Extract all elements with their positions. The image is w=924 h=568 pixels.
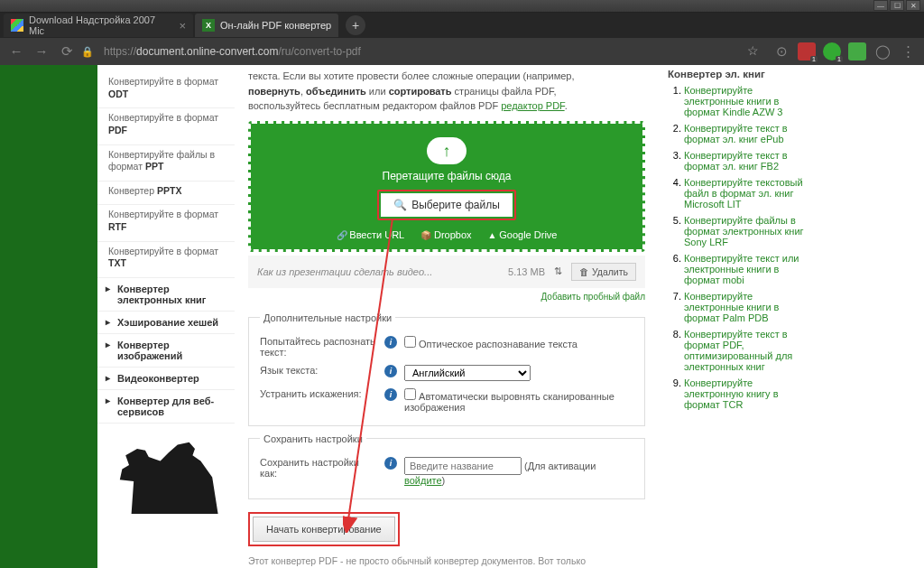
window-minimize[interactable]: — xyxy=(873,0,888,11)
r-link-5[interactable]: Конвертируйте файлы в формат электронных… xyxy=(684,215,804,247)
sidebar-cat-image[interactable]: Конвертер изображений xyxy=(97,334,235,368)
sidebar-pptx[interactable]: Конвертер PPTX xyxy=(97,182,235,206)
browser-tabs: Download Надстройка 2007 Mic × X Он-лайн… xyxy=(0,13,924,38)
src-gdrive[interactable]: Google Drive xyxy=(488,229,558,240)
info-icon[interactable]: i xyxy=(384,388,397,401)
downloads-icon[interactable]: ⊙ xyxy=(771,41,792,62)
start-convert-button[interactable]: Начать конвертирование xyxy=(253,517,395,542)
sidebar-ppt[interactable]: Конвертируйте файлы в формат PPT xyxy=(97,145,235,182)
extension-2[interactable]: 1 xyxy=(823,42,841,61)
r-link-2[interactable]: Конвертируйте текст в формат эл. книг eP… xyxy=(684,123,788,144)
sidebar-odt[interactable]: Конвертируйте в формат ODT xyxy=(97,72,235,108)
info-icon[interactable]: i xyxy=(384,457,397,470)
settings-name-input[interactable] xyxy=(404,457,522,475)
deskew-checkbox[interactable] xyxy=(404,388,416,400)
r-link-6[interactable]: Конвертируйте текст или электронные книг… xyxy=(684,253,799,285)
r-link-7[interactable]: Конвертируйте электронные книги в формат… xyxy=(684,291,779,323)
window-titlebar: — ☐ ✕ xyxy=(0,0,924,13)
drop-text: Перетащите файлы сюда xyxy=(260,170,633,182)
extension-3[interactable] xyxy=(848,42,866,61)
sidebar-cat-hash[interactable]: Хэширование хешей xyxy=(97,312,235,334)
file-name: Как из презентации сделать видео... xyxy=(257,266,499,277)
extension-adblock[interactable]: 1 xyxy=(798,42,816,61)
r-link-9[interactable]: Конвертируйте электронную книгу в формат… xyxy=(684,377,779,410)
save-settings: Сохранить настройки Сохранить настройки … xyxy=(248,433,645,499)
info-icon[interactable]: i xyxy=(384,336,397,349)
editor-link[interactable]: редактор PDF xyxy=(501,100,564,111)
delete-file-button[interactable]: 🗑 Удалить xyxy=(571,263,636,281)
tab-1-close[interactable]: × xyxy=(179,19,186,33)
sidebar-cat-ebook[interactable]: Конвертер электронных книг xyxy=(97,278,235,312)
sidebar-rtf[interactable]: Конвертируйте в формат RTF xyxy=(97,205,235,241)
profile-icon[interactable]: ◯ xyxy=(872,41,893,62)
start-highlight: Начать конвертирование xyxy=(248,512,400,546)
add-sample-link[interactable]: Добавить пробный файл xyxy=(248,288,645,305)
bookmark-icon[interactable] xyxy=(747,42,765,61)
tab-1[interactable]: Download Надстройка 2007 Mic × xyxy=(4,14,193,37)
file-row: Как из презентации сделать видео... 5.13… xyxy=(248,256,645,288)
menu-icon[interactable]: ⋮ xyxy=(897,41,919,62)
window-maximize[interactable]: ☐ xyxy=(890,0,904,11)
advanced-legend: Дополнительные настройки xyxy=(260,312,395,323)
main-content: текста. Если вы хотите провести более сл… xyxy=(235,65,659,568)
page-viewport: Конвертируйте в формат ODT Конвертируйте… xyxy=(0,65,924,568)
login-link[interactable]: войдите xyxy=(404,475,442,486)
file-sort-icon[interactable]: ⇅ xyxy=(554,265,562,277)
sidebar-pdf[interactable]: Конвертируйте в формат PDF xyxy=(97,108,235,144)
lock-icon: 🔒 xyxy=(81,46,94,58)
save-legend: Сохранить настройки xyxy=(260,433,366,444)
select-files-button[interactable]: 🔍Выберите файлы xyxy=(381,193,513,217)
info-icon[interactable]: i xyxy=(384,365,397,377)
reload-button[interactable]: ⟳ xyxy=(56,41,78,62)
url-field[interactable]: https://document.online-convert.com/ru/c… xyxy=(100,45,742,58)
language-select[interactable]: Английский xyxy=(404,365,531,381)
address-bar: ← → ⟳ 🔒 https://document.online-convert.… xyxy=(0,38,924,65)
forward-button[interactable]: → xyxy=(31,41,52,62)
drop-zone[interactable]: Перетащите файлы сюда 🔍Выберите файлы Вв… xyxy=(248,121,645,252)
file-size: 5.13 MB xyxy=(508,266,545,277)
footnote: Этот конвертер PDF - не просто обычный к… xyxy=(248,555,645,566)
sidebar-cat-video[interactable]: Видеоконвертер xyxy=(97,368,235,390)
r-link-3[interactable]: Конвертируйте текст в формат эл. книг FB… xyxy=(684,150,788,172)
tab-2[interactable]: X Он-лайн PDF конвертер xyxy=(195,14,338,37)
r-link-4[interactable]: Конвертируйте текстовый файл в формат эл… xyxy=(684,177,803,210)
right-title: Конвертер эл. книг xyxy=(668,69,812,79)
select-highlight: 🔍Выберите файлы xyxy=(377,190,516,220)
src-url[interactable]: Ввести URL xyxy=(337,229,405,240)
source-row: Ввести URL Dropbox Google Drive xyxy=(260,229,633,240)
back-button[interactable]: ← xyxy=(5,41,27,62)
window-close[interactable]: ✕ xyxy=(906,0,920,11)
intro-text: текста. Если вы хотите провести более сл… xyxy=(248,65,645,121)
oc-favicon: X xyxy=(202,19,215,32)
ms-favicon xyxy=(11,19,23,32)
decorative-silhouette xyxy=(108,433,224,514)
src-dropbox[interactable]: Dropbox xyxy=(420,229,471,240)
search-icon: 🔍 xyxy=(393,199,407,211)
sidebar: Конвертируйте в формат ODT Конвертируйте… xyxy=(97,65,235,568)
sidebar-txt[interactable]: Конвертируйте в формат TXT xyxy=(97,242,235,278)
sidebar-cat-web[interactable]: Конвертер для веб-сервисов xyxy=(97,390,235,424)
upload-icon xyxy=(427,137,467,164)
ocr-checkbox[interactable] xyxy=(404,336,416,348)
trash-icon: 🗑 xyxy=(579,266,589,277)
new-tab-button[interactable]: + xyxy=(346,15,365,35)
tab-1-title: Download Надстройка 2007 Mic xyxy=(29,14,171,36)
r-link-1[interactable]: Конвертируйте электронные книги в формат… xyxy=(684,85,782,117)
tab-2-title: Он-лайн PDF конвертер xyxy=(220,20,331,31)
r-link-8[interactable]: Конвертируйте текст в формат PDF, оптими… xyxy=(684,329,792,372)
advanced-settings: Дополнительные настройки Попытайтесь рас… xyxy=(248,312,645,426)
right-sidebar: Конвертер эл. книг Конвертируйте электро… xyxy=(659,65,821,568)
